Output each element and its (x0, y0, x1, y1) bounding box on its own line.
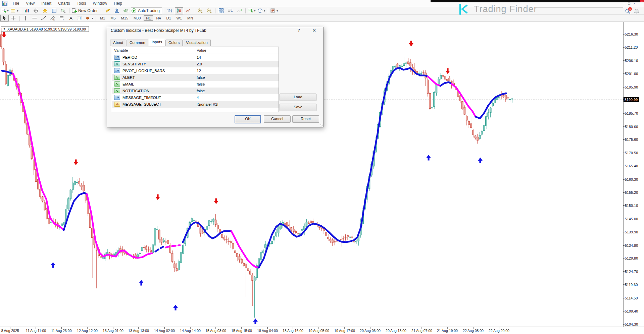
text-tool[interactable]: A (67, 15, 75, 22)
menu-file[interactable]: File (9, 1, 22, 6)
input-row-email[interactable]: ∿EMAILfalse (112, 81, 279, 88)
label-tool[interactable]: T (76, 15, 84, 22)
variable-value[interactable]: false (194, 89, 279, 93)
timeframe-mn[interactable]: MN (185, 15, 195, 21)
symbol-info-box[interactable]: ▼ XAUAUD,H1 5198.48 5199.10 5190.99 5190… (1, 26, 89, 32)
variable-name: ALERT (122, 75, 135, 79)
bool-type-icon: ∿ (114, 75, 120, 80)
hline-tool[interactable] (31, 15, 39, 22)
dialog-title-bar[interactable]: Custom Indicator - Best Forex Scalper MT… (107, 27, 323, 34)
dialog-help-button[interactable]: ? (295, 28, 302, 33)
menu-insert[interactable]: Insert (38, 1, 55, 6)
menu-view[interactable]: View (22, 1, 38, 6)
zoom-in-icon[interactable] (196, 7, 204, 14)
variable-name: PERIOD (122, 55, 137, 59)
dialog-tab-about[interactable]: About (110, 40, 126, 46)
variable-value[interactable]: 12 (194, 69, 279, 73)
candlestick-icon[interactable] (175, 7, 183, 14)
templates-icon[interactable]: ▼ (270, 7, 279, 14)
vline-tool[interactable] (21, 15, 30, 22)
menu-help[interactable]: Help (110, 1, 126, 6)
variable-value[interactable]: [Signaler #1] (194, 102, 279, 106)
menu-window[interactable]: Window (90, 1, 111, 6)
tile-windows-icon[interactable] (217, 7, 226, 14)
svg-text:F: F (63, 19, 64, 21)
cursor-tool[interactable] (0, 15, 9, 22)
input-row-sensitivity[interactable]: ½SENSITIVITY2.0 (112, 61, 279, 67)
profiles-icon[interactable]: ▼ (10, 7, 19, 14)
time-axis-label: 19 Aug 05:00 (308, 329, 329, 333)
autotrading-button[interactable]: AutoTrading (131, 7, 162, 14)
market-watch-icon[interactable] (23, 7, 31, 14)
toolbar-separator (21, 8, 21, 13)
collapse-caret-icon[interactable]: ▼ (3, 27, 6, 31)
reset-button[interactable]: Reset (292, 115, 319, 123)
timeframe-w1[interactable]: W1 (174, 15, 185, 21)
timeframe-m30[interactable]: M30 (131, 15, 143, 21)
resize-grip[interactable] (320, 124, 323, 126)
indicators-icon[interactable]: ▼ (247, 7, 256, 14)
shapes-tool[interactable]: ▼ (85, 15, 94, 22)
timeframe-h1[interactable]: H1 (144, 15, 153, 21)
periods-icon[interactable]: ▼ (257, 7, 266, 14)
timeframe-m5[interactable]: M5 (108, 15, 118, 21)
input-row-notification[interactable]: ∿NOTIFICATIONfalse (112, 88, 279, 94)
new-chart-icon[interactable]: ▼ (0, 7, 9, 14)
timeframe-d1[interactable]: D1 (164, 15, 173, 21)
ok-button[interactable]: OK (235, 115, 261, 123)
dialog-tab-visualization[interactable]: Visualization (183, 40, 210, 46)
dialog-tab-colors[interactable]: Colors (165, 40, 183, 46)
minimize-button[interactable]: – (623, 1, 625, 5)
variable-value[interactable]: 14 (194, 55, 279, 59)
load-button[interactable]: Load (280, 94, 316, 101)
dialog-close-button[interactable]: ✕ (310, 28, 318, 33)
input-row-message_subject[interactable]: abMESSAGE_SUBJECT[Signaler #1] (112, 101, 279, 108)
time-axis-label: 14 Aug 02:00 (154, 329, 175, 333)
timeframe-h4[interactable]: H4 (154, 15, 163, 21)
crosshair-tool[interactable] (9, 15, 18, 22)
chart-shift-icon[interactable] (235, 7, 244, 14)
timeframe-m1[interactable]: M1 (98, 15, 107, 21)
new-order-button[interactable]: New Order (71, 7, 100, 14)
variable-name: NOTIFICATION (122, 89, 149, 93)
bar-chart-icon[interactable] (166, 7, 174, 14)
data-window-icon[interactable] (32, 7, 40, 14)
input-row-alert[interactable]: ∿ALERTfalse (112, 74, 279, 81)
input-row-pivot_lookup_bars[interactable]: 123PIVOT_LOOKUP_BARS12 (112, 67, 279, 74)
notification-bell-icon[interactable] (634, 8, 640, 14)
navigator-icon[interactable] (41, 7, 49, 14)
menu-tools[interactable]: Tools (73, 1, 90, 6)
input-row-period[interactable]: 123PERIOD14 (112, 54, 279, 61)
events-icon[interactable] (122, 7, 130, 14)
variable-value[interactable]: false (194, 82, 279, 86)
save-button[interactable]: Save (280, 104, 316, 111)
standard-toolbar: ▼▼New OrderAutoTrading▼▼▼ (0, 7, 644, 15)
variable-value[interactable]: 4 (194, 96, 279, 100)
variable-value[interactable]: 2.0 (194, 62, 279, 66)
sell-signal-arrow (155, 194, 160, 200)
menu-charts[interactable]: Charts (55, 1, 73, 6)
svg-text:A: A (69, 16, 72, 21)
channel-tool[interactable]: E (49, 15, 57, 22)
fibonacci-tool[interactable]: F (58, 15, 66, 22)
close-button[interactable]: × (633, 1, 635, 5)
metaeditor-icon[interactable] (104, 7, 112, 14)
strategy-tester-icon[interactable] (59, 7, 67, 14)
dialog-tab-inputs[interactable]: Inputs (149, 39, 165, 46)
price-axis-label: 5129.80 (625, 256, 638, 260)
strip-close-button[interactable]: × (640, 0, 644, 2)
variable-value[interactable]: false (194, 75, 279, 79)
zoom-out-icon[interactable] (205, 7, 213, 14)
maximize-button[interactable]: □ (628, 1, 630, 5)
auto-scroll-icon[interactable] (226, 7, 235, 14)
trendline-tool[interactable] (40, 15, 48, 22)
dialog-tab-common[interactable]: Common (127, 40, 148, 46)
cancel-button[interactable]: Cancel (264, 115, 291, 123)
experts-icon[interactable] (113, 7, 121, 14)
timeframe-m15[interactable]: M15 (119, 15, 131, 21)
line-chart-icon[interactable] (184, 7, 192, 14)
terminal-icon[interactable] (50, 7, 58, 14)
time-axis-label: 8 Aug 2025 (1, 329, 19, 333)
buy-signal-arrow (139, 280, 144, 286)
input-row-message_timeout[interactable]: 123MESSAGE_TIMEOUT4 (112, 94, 279, 101)
